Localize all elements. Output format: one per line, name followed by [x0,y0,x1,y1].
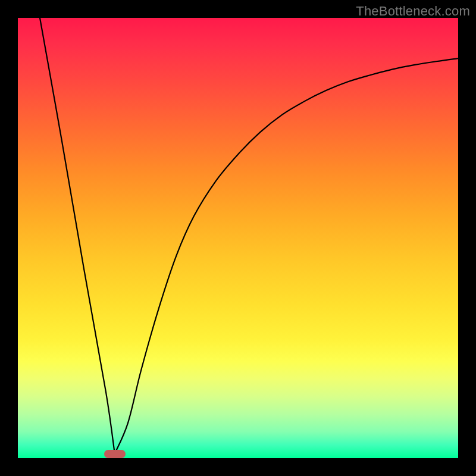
chart-frame: TheBottleneck.com [0,0,476,476]
curve-layer [18,18,458,458]
plot-area [18,18,458,458]
watermark-text: TheBottleneck.com [356,4,470,19]
optimal-marker [104,450,126,458]
bottleneck-curve [40,18,458,458]
